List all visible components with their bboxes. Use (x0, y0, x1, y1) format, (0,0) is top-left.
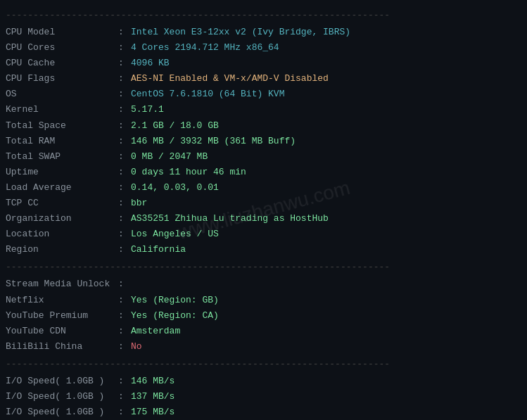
system-section: CPU Model: Intel Xeon E3-12xx v2 (Ivy Br… (6, 25, 521, 257)
row-colon: : (118, 308, 131, 324)
row-label: CPU Cache (6, 56, 118, 71)
io-section: I/O Speed( 1.0GB ): 146 MB/sI/O Speed( 1… (6, 374, 521, 420)
table-row: Total SWAP: 0 MB / 2047 MB (6, 149, 521, 165)
row-value: No (131, 339, 142, 355)
row-value: bbr (131, 196, 147, 211)
row-colon: : (118, 149, 131, 165)
row-colon: : (118, 276, 131, 292)
row-label: Load Average (6, 180, 118, 196)
row-colon: : (118, 324, 131, 339)
row-value: 175 MB/s (131, 405, 174, 420)
table-row: CPU Cache: 4096 KB (6, 56, 521, 71)
row-label: Stream Media Unlock (6, 276, 118, 292)
row-value: Yes (Region: GB) (131, 293, 219, 308)
table-row: OS: CentOS 7.6.1810 (64 Bit) KVM (6, 87, 521, 102)
table-row: Organization: AS35251 Zhihua Lu trading … (6, 211, 521, 227)
row-value: 146 MB / 3932 MB (361 MB Buff) (131, 134, 296, 149)
row-colon: : (118, 87, 131, 102)
row-value: California (131, 242, 186, 257)
table-row: Netflix: Yes (Region: GB) (6, 293, 521, 308)
row-colon: : (118, 196, 131, 211)
row-value: Intel Xeon E3-12xx v2 (Ivy Bridge, IBRS) (131, 25, 350, 40)
row-value: 5.17.1 (131, 102, 164, 117)
table-row: TCP CC: bbr (6, 196, 521, 211)
row-label: Netflix (6, 293, 118, 308)
row-label: BiliBili China (6, 339, 118, 355)
row-value: 2.1 GB / 18.0 GB (131, 118, 219, 134)
row-label: Total RAM (6, 134, 118, 149)
row-label: Organization (6, 211, 118, 227)
row-value: 0 MB / 2047 MB (131, 149, 208, 165)
row-colon: : (118, 56, 131, 71)
table-row: CPU Model: Intel Xeon E3-12xx v2 (Ivy Br… (6, 25, 521, 40)
row-label: Total SWAP (6, 149, 118, 165)
row-colon: : (118, 374, 131, 389)
row-value: Los Angeles / US (131, 227, 219, 242)
row-value: CentOS 7.6.1810 (64 Bit) KVM (131, 87, 284, 102)
row-label: Total Space (6, 118, 118, 134)
row-colon: : (118, 405, 131, 420)
row-value: 0 days 11 hour 46 min (131, 165, 246, 180)
row-label: YouTube CDN (6, 324, 118, 339)
table-row: I/O Speed( 1.0GB ): 146 MB/s (6, 374, 521, 389)
row-colon: : (118, 389, 131, 405)
table-row: Kernel: 5.17.1 (6, 102, 521, 117)
row-colon: : (118, 102, 131, 117)
row-value: Amsterdam (131, 324, 180, 339)
row-colon: : (118, 242, 131, 257)
divider-2: ----------------------------------------… (6, 359, 521, 369)
row-colon: : (118, 134, 131, 149)
table-row: I/O Speed( 1.0GB ): 175 MB/s (6, 405, 521, 420)
row-colon: : (118, 25, 131, 40)
table-row: BiliBili China: No (6, 339, 521, 355)
table-row: CPU Cores: 4 Cores 2194.712 MHz x86_64 (6, 40, 521, 56)
row-label: Region (6, 242, 118, 257)
row-colon: : (118, 40, 131, 56)
row-label: CPU Cores (6, 40, 118, 56)
row-colon: : (118, 180, 131, 196)
table-row: YouTube CDN: Amsterdam (6, 324, 521, 339)
table-row: CPU Flags: AES-NI Enabled & VM-x/AMD-V D… (6, 71, 521, 87)
row-colon: : (118, 118, 131, 134)
table-row: Location: Los Angeles / US (6, 227, 521, 242)
row-colon: : (118, 227, 131, 242)
row-label: I/O Speed( 1.0GB ) (6, 389, 118, 405)
table-row: Uptime: 0 days 11 hour 46 min (6, 165, 521, 180)
table-row: Load Average: 0.14, 0.03, 0.01 (6, 180, 521, 196)
row-value: 146 MB/s (131, 374, 174, 389)
row-label: Kernel (6, 102, 118, 117)
row-label: Uptime (6, 165, 118, 180)
row-value: 0.14, 0.03, 0.01 (131, 180, 219, 196)
table-row: YouTube Premium: Yes (Region: CA) (6, 308, 521, 324)
row-label: CPU Flags (6, 71, 118, 87)
divider-top: ----------------------------------------… (6, 10, 521, 20)
row-value: 137 MB/s (131, 389, 174, 405)
row-value: Yes (Region: CA) (131, 308, 219, 324)
table-row: I/O Speed( 1.0GB ): 137 MB/s (6, 389, 521, 405)
row-label: I/O Speed( 1.0GB ) (6, 405, 118, 420)
row-label: CPU Model (6, 25, 118, 40)
table-row: Region: California (6, 242, 521, 257)
row-colon: : (118, 339, 131, 355)
row-colon: : (118, 71, 131, 87)
table-row: Total RAM: 146 MB / 3932 MB (361 MB Buff… (6, 134, 521, 149)
row-label: TCP CC (6, 196, 118, 211)
row-value: AS35251 Zhihua Lu trading as HostHub (131, 211, 329, 227)
row-colon: : (118, 293, 131, 308)
row-label: I/O Speed( 1.0GB ) (6, 374, 118, 389)
table-row: Total Space: 2.1 GB / 18.0 GB (6, 118, 521, 134)
row-label: OS (6, 87, 118, 102)
row-label: Location (6, 227, 118, 242)
row-label: YouTube Premium (6, 308, 118, 324)
media-section: Stream Media Unlock: Netflix: Yes (Regio… (6, 276, 521, 354)
row-value: 4096 KB (131, 56, 170, 71)
row-colon: : (118, 165, 131, 180)
table-row: Stream Media Unlock: (6, 276, 521, 292)
row-value: 4 Cores 2194.712 MHz x86_64 (131, 40, 279, 56)
row-value: AES-NI Enabled & VM-x/AMD-V Disabled (131, 71, 329, 87)
row-colon: : (118, 211, 131, 227)
divider-1: ----------------------------------------… (6, 262, 521, 272)
